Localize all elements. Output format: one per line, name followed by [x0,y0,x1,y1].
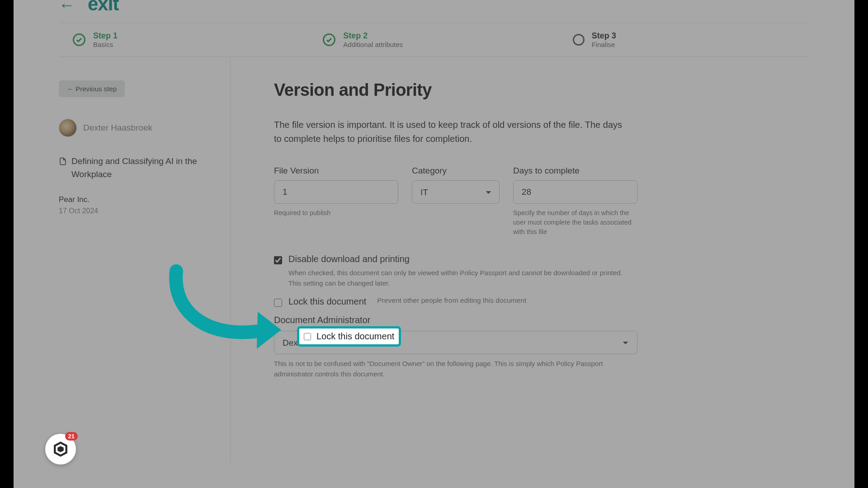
document-row: Defining and Classifying AI in the Workp… [59,155,217,181]
content: ← Previous step Dexter Haasbroek Definin… [59,57,809,464]
admin-helper: This is not to be confused with "Documen… [274,359,636,379]
check-circle-icon [72,33,86,47]
page-container: ← exit Step 1 Basics Step 2 Additional a… [14,0,854,488]
step-title: Step 3 [592,31,616,41]
previous-step-button[interactable]: ← Previous step [59,80,125,97]
step-title: Step 2 [343,31,403,41]
step-subtitle: Basics [93,41,118,48]
disable-download-row: Disable download and printing [274,254,637,264]
days-field: Days to complete Specify the number of d… [513,166,637,237]
category-select[interactable]: IT [412,180,500,204]
lock-document-label-highlight: Lock this document [316,331,394,342]
document-date: 17 Oct 2024 [59,207,217,215]
sidebar: ← Previous step Dexter Haasbroek Definin… [59,57,231,464]
lock-document-label: Lock this document [288,296,366,307]
file-version-field: File Version Required to publish [274,166,398,237]
step-3[interactable]: Step 3 Finalise [559,23,809,56]
svg-marker-3 [57,446,64,452]
admin-label: Document Administrator [274,315,637,325]
user-name: Dexter Haasbroek [83,123,152,133]
category-label: Category [412,166,500,176]
step-title: Step 1 [93,31,118,41]
file-version-helper: Required to publish [274,208,398,218]
org-name: Pear Inc. [59,195,217,204]
days-input[interactable] [513,180,637,204]
chat-logo-icon [53,441,68,457]
days-label: Days to complete [513,166,637,176]
lock-document-checkbox-highlight[interactable] [304,333,311,340]
days-helper: Specify the number of days in which the … [513,208,637,237]
chat-badge: 21 [65,432,78,441]
step-subtitle: Additional attributes [343,41,403,48]
file-version-label: File Version [274,166,398,176]
file-version-input[interactable] [274,180,398,204]
annotation-arrow-icon [158,262,289,361]
circle-icon [573,34,585,46]
page-title: Version and Priority [274,80,637,100]
lock-document-helper: Prevent other people from editing this d… [377,296,526,305]
document-title: Defining and Classifying AI in the Workp… [71,155,217,181]
chat-widget[interactable]: 21 [45,434,76,465]
main-panel: Version and Priority The file version is… [231,57,637,464]
step-2[interactable]: Step 2 Additional attributes [309,23,559,56]
stepper: Step 1 Basics Step 2 Additional attribut… [59,23,809,57]
disable-download-helper: When checked, this document can only be … [288,268,632,288]
user-row: Dexter Haasbroek [59,119,217,137]
disable-download-label: Disable download and printing [288,254,410,264]
avatar [59,119,77,137]
document-icon [59,157,67,181]
intro-text: The file version is important. It is use… [274,118,627,146]
check-circle-icon [322,33,336,47]
annotation-highlight: Lock this document [297,326,401,347]
back-arrow-icon[interactable]: ← [59,0,75,14]
category-field: Category IT [412,166,500,237]
topbar: ← exit [14,0,854,23]
step-subtitle: Finalise [592,41,616,48]
exit-link[interactable]: exit [88,0,118,15]
lock-document-row: Lock this document Prevent other people … [274,296,637,307]
step-1[interactable]: Step 1 Basics [59,23,309,56]
